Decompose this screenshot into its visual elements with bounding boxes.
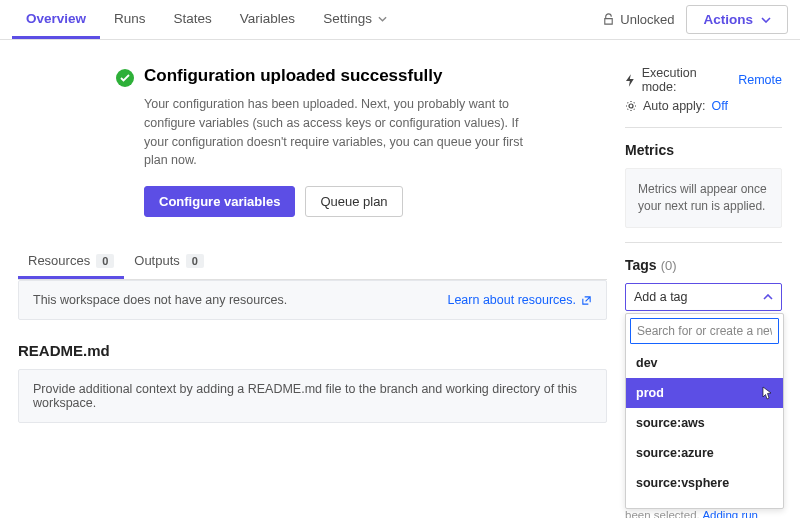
add-tag-select[interactable]: Add a tag <box>625 283 782 311</box>
trailing-text: been selected. Adding run <box>625 509 782 518</box>
learn-resources-link[interactable]: Learn about resources. <box>447 293 592 307</box>
auto-apply-row: Auto apply: Off <box>625 99 782 113</box>
auto-apply-label: Auto apply: <box>643 99 706 113</box>
tab-runs[interactable]: Runs <box>100 0 160 39</box>
adding-run-link[interactable]: Adding run <box>702 509 758 518</box>
execution-mode-label: Execution mode: <box>642 66 733 94</box>
tags-label: Tags <box>625 257 657 273</box>
chevron-down-icon <box>378 16 387 22</box>
tags-heading: Tags (0) <box>625 257 782 273</box>
actions-label: Actions <box>703 12 753 27</box>
main-tabs: Overview Runs States Variables Settings … <box>0 0 800 40</box>
lock-status-label: Unlocked <box>620 12 674 27</box>
learn-resources-label: Learn about resources. <box>447 293 576 307</box>
tab-outputs[interactable]: Outputs 0 <box>124 245 214 279</box>
readme-empty-notice: Provide additional context by adding a R… <box>18 369 607 423</box>
tag-dropdown: dev prod source:aws source:azure source:… <box>625 313 784 509</box>
success-icon <box>116 69 134 87</box>
tab-resources-label: Resources <box>28 253 90 268</box>
bolt-icon <box>625 74 636 87</box>
tab-states[interactable]: States <box>160 0 226 39</box>
execution-mode-row: Execution mode: Remote <box>625 66 782 94</box>
success-description: Your configuration has been uploaded. Ne… <box>144 95 534 170</box>
tab-settings[interactable]: Settings <box>309 0 401 39</box>
metrics-empty-box: Metrics will appear once your next run i… <box>625 168 782 228</box>
notice-text: This workspace does not have any resourc… <box>33 293 287 307</box>
chevron-down-icon <box>761 17 771 23</box>
add-tag-label: Add a tag <box>634 290 688 304</box>
cursor-icon <box>761 386 773 400</box>
tab-settings-label: Settings <box>323 11 372 26</box>
tag-option-test[interactable]: test <box>626 498 783 508</box>
gear-icon <box>625 100 637 112</box>
tab-outputs-label: Outputs <box>134 253 180 268</box>
auto-apply-link[interactable]: Off <box>712 99 728 113</box>
tag-options-list[interactable]: dev prod source:aws source:azure source:… <box>626 348 783 508</box>
readme-heading: README.md <box>18 342 607 359</box>
metrics-heading: Metrics <box>625 142 782 158</box>
execution-mode-link[interactable]: Remote <box>738 73 782 87</box>
success-title: Configuration uploaded successfully <box>144 66 442 86</box>
tag-option-source-azure[interactable]: source:azure <box>626 438 783 468</box>
external-link-icon <box>581 295 592 306</box>
unlock-icon <box>602 13 615 26</box>
tag-option-dev[interactable]: dev <box>626 348 783 378</box>
svg-point-0 <box>629 104 633 108</box>
queue-plan-button[interactable]: Queue plan <box>305 186 402 217</box>
tab-resources[interactable]: Resources 0 <box>18 245 124 279</box>
tab-overview[interactable]: Overview <box>12 0 100 39</box>
configure-variables-button[interactable]: Configure variables <box>144 186 295 217</box>
tags-count: (0) <box>661 258 677 273</box>
outputs-count-badge: 0 <box>186 254 204 268</box>
tag-search-input[interactable] <box>630 318 779 344</box>
resources-empty-notice: This workspace does not have any resourc… <box>18 280 607 320</box>
readme-text: Provide additional context by adding a R… <box>33 382 592 410</box>
divider <box>625 127 782 128</box>
resources-count-badge: 0 <box>96 254 114 268</box>
resource-tabs: Resources 0 Outputs 0 <box>18 245 607 280</box>
lock-status: Unlocked <box>602 12 674 27</box>
tab-variables[interactable]: Variables <box>226 0 309 39</box>
tag-option-source-vsphere[interactable]: source:vsphere <box>626 468 783 498</box>
chevron-up-icon <box>763 294 773 300</box>
tag-option-prod[interactable]: prod <box>626 378 783 408</box>
actions-button[interactable]: Actions <box>686 5 788 34</box>
divider <box>625 242 782 243</box>
tag-option-source-aws[interactable]: source:aws <box>626 408 783 438</box>
